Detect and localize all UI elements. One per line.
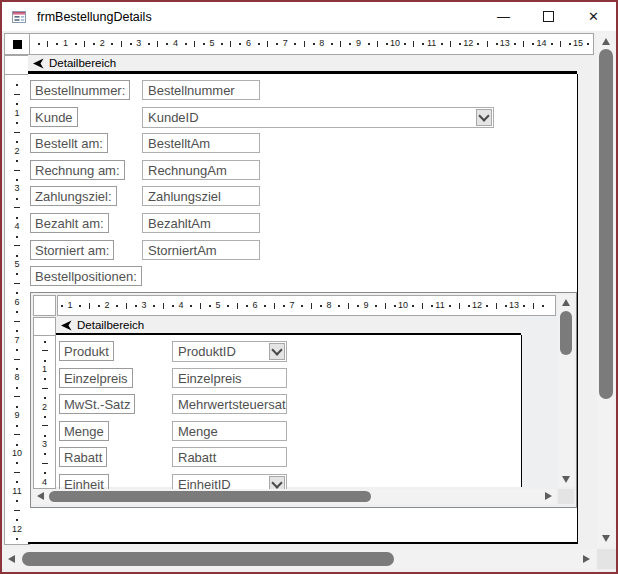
horizontal-scrollbar-thumb[interactable] bbox=[22, 552, 394, 566]
subform-vertical-scrollbar-thumb[interactable] bbox=[560, 311, 572, 355]
vertical-scrollbar[interactable] bbox=[597, 33, 615, 547]
section-selector-box[interactable] bbox=[4, 55, 30, 75]
ruler-dot bbox=[477, 43, 479, 45]
textbox-menge[interactable]: Menge bbox=[172, 421, 287, 441]
ruler-tick bbox=[422, 303, 423, 309]
subform-form-selector-box[interactable] bbox=[33, 295, 56, 316]
scroll-left-icon[interactable] bbox=[37, 492, 44, 500]
subform-vertical-scrollbar[interactable] bbox=[558, 295, 574, 487]
ruler-dot bbox=[542, 305, 544, 307]
ruler-tick bbox=[14, 510, 20, 511]
combobox-produkt[interactable]: ProduktID bbox=[172, 341, 287, 362]
label-zahlungsziel[interactable]: Zahlungsziel: bbox=[30, 186, 117, 206]
form-right-edge[interactable] bbox=[577, 74, 578, 543]
label-mwst-satz[interactable]: MwSt.-Satz bbox=[59, 394, 135, 414]
label-einzelpreis[interactable]: Einzelpreis bbox=[59, 368, 133, 388]
ruler-dot bbox=[16, 273, 18, 275]
ruler-tick bbox=[121, 41, 122, 47]
ruler-dot bbox=[294, 43, 296, 45]
section-header-detailbereich[interactable]: Detailbereich bbox=[28, 55, 577, 71]
textbox-rechnung-am[interactable]: RechnungAm bbox=[142, 160, 260, 180]
ruler-number: 1 bbox=[67, 300, 72, 310]
label-bestellnummer[interactable]: Bestellnummer: bbox=[30, 80, 130, 100]
label-bestellpositionen[interactable]: Bestellpositionen: bbox=[30, 266, 142, 286]
ruler-dot bbox=[587, 43, 589, 45]
subform-horizontal-scrollbar[interactable] bbox=[33, 489, 556, 504]
ruler-number: 8 bbox=[319, 38, 324, 48]
minimize-button[interactable]: — bbox=[481, 2, 526, 31]
ruler-dot bbox=[172, 305, 174, 307]
ruler-number: 11 bbox=[12, 486, 21, 496]
ruler-dot bbox=[431, 305, 433, 307]
ruler-tick bbox=[163, 303, 164, 309]
subform-section-header-detailbereich[interactable]: Detailbereich bbox=[56, 317, 521, 333]
ruler-number: 2 bbox=[14, 146, 19, 156]
ruler-dot bbox=[459, 43, 461, 45]
scroll-up-icon[interactable] bbox=[562, 299, 570, 306]
scroll-left-icon[interactable] bbox=[8, 555, 15, 563]
textbox-bestellt-am[interactable]: BestelltAm bbox=[142, 133, 260, 153]
ruler-tick bbox=[14, 170, 20, 171]
subform-horizontal-ruler[interactable]: 12345678910111213 bbox=[57, 295, 556, 316]
ruler-dot bbox=[375, 305, 377, 307]
textbox-zahlungsziel[interactable]: Zahlungsziel bbox=[142, 186, 260, 206]
textbox-storniert-am[interactable]: StorniertAm bbox=[142, 240, 260, 260]
ruler-dot bbox=[551, 43, 553, 45]
ruler-number: 3 bbox=[141, 300, 146, 310]
ruler-dot bbox=[246, 305, 248, 307]
ruler-tick bbox=[348, 303, 349, 309]
ruler-number: 9 bbox=[363, 300, 368, 310]
subform-vertical-ruler[interactable]: 1234 bbox=[33, 335, 56, 489]
label-kunde[interactable]: Kunde bbox=[30, 107, 78, 127]
subform-right-edge[interactable] bbox=[521, 335, 522, 487]
ruler-number: 5 bbox=[14, 259, 19, 269]
label-rechnung-am[interactable]: Rechnung am: bbox=[30, 160, 125, 180]
subform-section-selector-box[interactable] bbox=[33, 317, 56, 336]
ruler-dot bbox=[116, 305, 118, 307]
combobox-kunde[interactable]: KundeID bbox=[142, 107, 494, 128]
ruler-tick bbox=[523, 41, 524, 47]
scroll-down-icon[interactable] bbox=[602, 535, 610, 542]
scroll-down-icon[interactable] bbox=[562, 476, 570, 483]
scroll-up-icon[interactable] bbox=[602, 38, 610, 45]
ruler-number: 10 bbox=[398, 300, 408, 310]
label-produkt[interactable]: Produkt bbox=[59, 341, 114, 361]
textbox-mwst-satz[interactable]: Mehrwertsteuersatz bbox=[172, 394, 287, 414]
ruler-tick bbox=[42, 350, 48, 351]
vertical-scrollbar-thumb[interactable] bbox=[599, 49, 613, 399]
ruler-number: 4 bbox=[173, 38, 178, 48]
textbox-bezahlt-am[interactable]: BezahltAm bbox=[142, 213, 260, 233]
form-selector-box[interactable] bbox=[4, 33, 30, 55]
ruler-dot bbox=[16, 538, 18, 540]
label-bestellt-am[interactable]: Bestellt am: bbox=[30, 133, 108, 153]
vertical-ruler[interactable]: 123456789101112 bbox=[4, 74, 30, 545]
horizontal-scrollbar[interactable] bbox=[2, 549, 596, 569]
label-rabatt[interactable]: Rabatt bbox=[59, 447, 107, 467]
textbox-einzelpreis[interactable]: Einzelpreis bbox=[172, 368, 287, 388]
subform-bestellpositionen[interactable]: 12345678910111213 1234 Detailbereich Pro… bbox=[30, 292, 577, 508]
maximize-button[interactable] bbox=[526, 2, 571, 31]
textbox-rabatt[interactable]: Rabatt bbox=[172, 447, 287, 467]
ruler-tick bbox=[237, 303, 238, 309]
horizontal-ruler[interactable]: 123456789101112131415 bbox=[29, 33, 594, 55]
textbox-bestellnummer[interactable]: Bestellnummer bbox=[142, 80, 260, 100]
close-button[interactable]: ✕ bbox=[571, 2, 616, 31]
maximize-icon bbox=[543, 11, 554, 22]
label-bezahlt-am[interactable]: Bezahlt am: bbox=[30, 213, 109, 233]
ruler-dot bbox=[16, 141, 18, 143]
label-storniert-am[interactable]: Storniert am: bbox=[30, 240, 114, 260]
chevron-down-icon bbox=[271, 477, 282, 488]
ruler-dot bbox=[56, 43, 58, 45]
ruler-dot bbox=[505, 305, 507, 307]
subform-section-label: Detailbereich bbox=[77, 319, 144, 331]
ruler-dot bbox=[394, 305, 396, 307]
ruler-dot bbox=[75, 43, 77, 45]
dropdown-button[interactable] bbox=[476, 109, 492, 126]
subform-horizontal-scrollbar-thumb[interactable] bbox=[49, 491, 371, 502]
form-bottom-edge[interactable] bbox=[28, 542, 578, 544]
scroll-right-icon[interactable] bbox=[545, 492, 552, 500]
chevron-down-icon bbox=[271, 344, 282, 355]
dropdown-button[interactable] bbox=[269, 343, 285, 360]
scroll-right-icon[interactable] bbox=[583, 555, 590, 563]
label-menge[interactable]: Menge bbox=[59, 421, 109, 441]
